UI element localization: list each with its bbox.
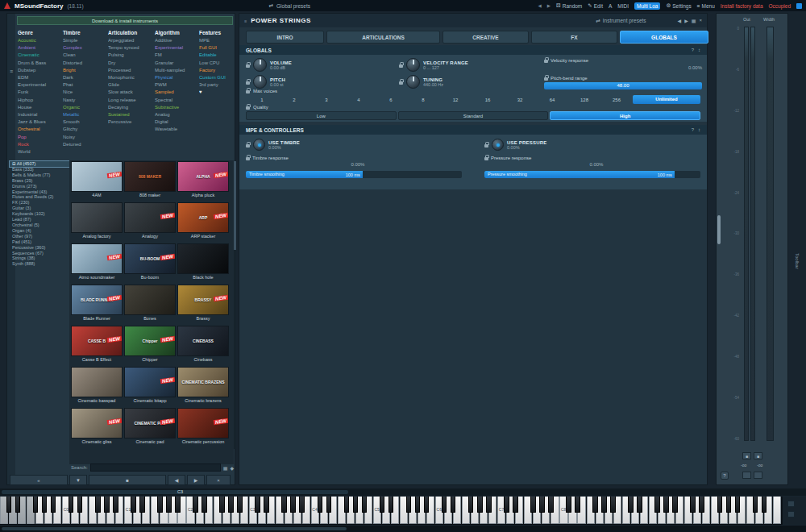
- black-key[interactable]: [33, 497, 39, 513]
- tree-item-keyboards[interactable]: Keyboards (102): [10, 211, 69, 217]
- tree-item-all[interactable]: ⊟ All (4507): [10, 161, 69, 167]
- filter-item-physical[interactable]: Physical: [155, 74, 199, 81]
- filter-item-mpe[interactable]: MPE: [199, 37, 234, 44]
- filter-item-editable[interactable]: Editable: [199, 52, 234, 59]
- lock-icon[interactable]: [246, 90, 250, 94]
- instrument-tile-analogy[interactable]: NEWAnalogy: [124, 202, 176, 242]
- instrument-tile-808-maker[interactable]: 808 MAKER808 maker: [124, 161, 176, 201]
- instrument-tile-brassy[interactable]: BRASSYNEWBrassy: [177, 285, 229, 324]
- black-key[interactable]: [388, 497, 394, 513]
- pressure-smoothing-slider[interactable]: 100 ms Pressure smoothing: [484, 171, 700, 178]
- instrument-tile-cinematic-bitapp[interactable]: NEWCinematic bitapp: [124, 367, 176, 406]
- instrument-tile-black-hole[interactable]: Black hole: [177, 243, 229, 283]
- toolbar-tab[interactable]: Toolbar: [795, 253, 800, 269]
- midi-button[interactable]: MIDI: [617, 3, 629, 9]
- clear-button[interactable]: ×: [206, 475, 231, 485]
- black-key[interactable]: [69, 497, 74, 513]
- black-key[interactable]: [699, 497, 704, 513]
- tree-item-experimental[interactable]: Experimental (43): [10, 189, 69, 195]
- tuning-value[interactable]: 440.00 Hz: [423, 82, 443, 87]
- max-voices-option-12[interactable]: 12: [439, 98, 472, 102]
- black-key[interactable]: [468, 497, 474, 513]
- black-key[interactable]: [318, 497, 323, 513]
- filter-item-wavetable[interactable]: Wavetable: [155, 126, 199, 133]
- filter-item-dark[interactable]: Dark: [63, 74, 108, 81]
- max-voices-option-unlimited[interactable]: Unlimited: [633, 95, 700, 104]
- next-preset-button[interactable]: ▶: [187, 475, 205, 485]
- white-key[interactable]: [773, 497, 781, 524]
- black-key[interactable]: [575, 497, 580, 513]
- filter-item-slow-attack[interactable]: Slow attack: [108, 89, 155, 96]
- black-key[interactable]: [237, 497, 243, 513]
- filter-item-factory[interactable]: Factory: [199, 67, 234, 74]
- black-key[interactable]: [628, 497, 634, 513]
- download-install-button[interactable]: Download & install instruments: [17, 16, 233, 25]
- black-key[interactable]: [264, 497, 269, 513]
- black-key[interactable]: [139, 497, 145, 513]
- volume-value[interactable]: 0.00 dB: [270, 65, 292, 70]
- black-key[interactable]: [539, 497, 545, 513]
- filter-item-cinematic[interactable]: Cinematic: [18, 52, 63, 59]
- tab-globals[interactable]: GLOBALS: [620, 31, 708, 44]
- grid-icon[interactable]: ▦: [692, 18, 696, 23]
- instrument-tile-arp-stacker[interactable]: ARPNEWARP stacker: [177, 202, 229, 242]
- velocity-range-value[interactable]: 0 ... 127: [423, 65, 468, 70]
- horizontal-scrollbar-handle[interactable]: [2, 527, 347, 530]
- pressure-response-value[interactable]: 0.00%: [484, 162, 603, 167]
- corner-button[interactable]: [796, 3, 802, 9]
- black-key[interactable]: [362, 497, 368, 513]
- keyboard-range-handle[interactable]: [2, 490, 348, 494]
- black-key[interactable]: [51, 497, 56, 513]
- black-key[interactable]: [166, 497, 172, 513]
- next-icon[interactable]: ▶: [684, 18, 688, 23]
- tab-intro[interactable]: INTRO: [246, 31, 324, 44]
- black-key[interactable]: [762, 497, 767, 513]
- use-pressure-toggle[interactable]: [492, 139, 504, 151]
- black-key[interactable]: [672, 497, 678, 513]
- black-key[interactable]: [380, 497, 385, 513]
- filter-item-low-cpu[interactable]: Low CPU: [199, 60, 234, 67]
- tree-item-guitar[interactable]: Guitar (3): [10, 206, 69, 211]
- max-voices-option-8[interactable]: 8: [407, 98, 439, 102]
- filter-item-pop[interactable]: Pop: [18, 134, 63, 141]
- hamburger-icon[interactable]: ≡: [7, 69, 15, 74]
- max-voices-option-32[interactable]: 32: [504, 98, 536, 102]
- filter-item-dubstep[interactable]: Dubstep: [18, 67, 63, 74]
- keyboard-option-button[interactable]: [787, 501, 795, 507]
- melda-icon[interactable]: ◆: [230, 465, 234, 471]
- instrument-tile-chipper[interactable]: ChipperNEWChipper: [124, 326, 176, 365]
- tuning-knob[interactable]: [406, 75, 420, 89]
- filter-item-organic[interactable]: Organic: [63, 104, 108, 111]
- quality-option-high[interactable]: High: [550, 111, 700, 120]
- filter-item-subtractive[interactable]: Subtractive: [155, 104, 199, 111]
- black-key[interactable]: [610, 497, 616, 513]
- filter-item-3rd-party[interactable]: 3rd party: [199, 81, 234, 89]
- instrument-tile-cinematic-brazens[interactable]: CINEMATIC BRAZENSCinematic brazens: [177, 367, 229, 406]
- filter-item-detuned[interactable]: Detuned: [63, 141, 108, 148]
- filter-item-orchestral[interactable]: Orchestral: [18, 126, 63, 133]
- black-key[interactable]: [601, 497, 607, 513]
- filter-item-smooth[interactable]: Smooth: [63, 118, 108, 126]
- random-button[interactable]: ⚄ Random: [556, 2, 582, 9]
- black-key[interactable]: [255, 497, 260, 513]
- hamburger-icon[interactable]: ≡: [244, 19, 247, 23]
- black-key[interactable]: [504, 497, 509, 513]
- black-key[interactable]: [131, 497, 136, 513]
- black-key[interactable]: [157, 497, 163, 513]
- black-key[interactable]: [415, 497, 421, 513]
- black-key[interactable]: [566, 497, 571, 513]
- tree-item-bells-mallets[interactable]: Bells & Mallets (77): [10, 172, 69, 178]
- instrument-tile-bu-boom[interactable]: BU-BOOMNEWBu-boom: [124, 243, 176, 283]
- max-voices-option-256[interactable]: 256: [600, 98, 633, 102]
- black-key[interactable]: [113, 497, 118, 513]
- lock-icon[interactable]: [399, 81, 403, 85]
- lock-icon[interactable]: [544, 77, 548, 81]
- instrument-tile-cinematic-gliss[interactable]: NEWCinematic gliss: [71, 408, 123, 447]
- filter-item-edm[interactable]: EDM: [18, 74, 63, 81]
- menu-button[interactable]: ≡ Menu: [697, 3, 715, 9]
- tab-fx[interactable]: FX: [531, 31, 617, 44]
- instrument-tile-cinematic-pad[interactable]: CINEMATIC PADNEWCinematic pad: [124, 408, 176, 447]
- max-voices-option-64[interactable]: 64: [536, 98, 568, 102]
- volume-knob[interactable]: [253, 58, 267, 72]
- velocity-range-knob[interactable]: [406, 58, 420, 72]
